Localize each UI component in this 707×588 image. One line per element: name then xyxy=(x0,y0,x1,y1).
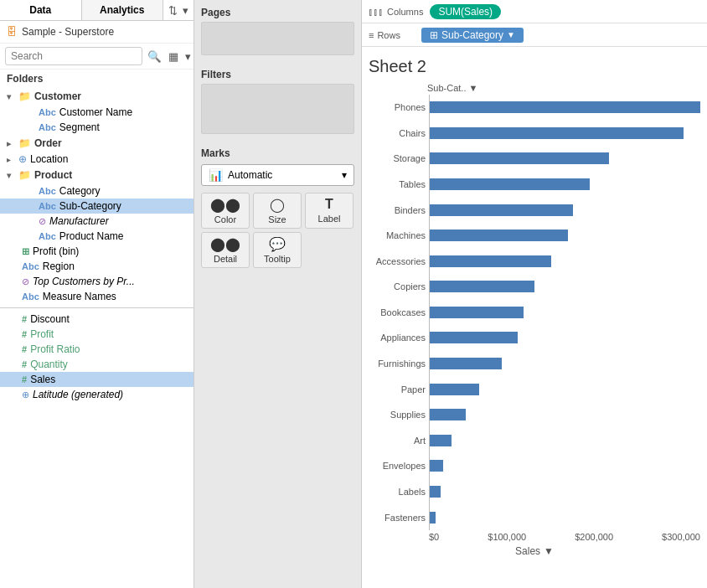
marks-size-button[interactable]: ◯ Size xyxy=(253,193,302,229)
bar-4 xyxy=(430,204,573,216)
field-profit-ratio[interactable]: # Profit Ratio xyxy=(0,342,194,357)
chart-area: Sheet 2 Sub-Cat.. ▼ PhonesChairsStorageT… xyxy=(362,47,707,588)
more-button[interactable]: ▾ xyxy=(181,3,190,18)
sort-button[interactable]: ⇅ xyxy=(167,3,179,18)
field-product-name[interactable]: Abc Product Name xyxy=(0,229,194,244)
field-latitude[interactable]: ⊕ Latitude (generated) xyxy=(0,387,194,402)
x-label-3: $300,000 xyxy=(662,532,700,542)
type-icon-sales: # xyxy=(22,374,27,384)
y-label-11: Paper xyxy=(369,382,426,397)
field-customer-name[interactable]: Abc Customer Name xyxy=(0,105,194,120)
columns-text: Columns xyxy=(387,7,423,17)
search-button[interactable]: 🔍 xyxy=(146,49,163,64)
tab-data[interactable]: Data xyxy=(0,0,82,20)
bar-row-13 xyxy=(430,433,700,448)
bar-row-14 xyxy=(430,458,700,473)
field-top-customers[interactable]: ⊘ Top Customers by Pr... xyxy=(0,274,194,289)
marks-detail-button[interactable]: ⬤⬤ Detail xyxy=(201,232,250,268)
field-quantity[interactable]: # Quantity xyxy=(0,357,194,372)
folder-icon-order: 📁 xyxy=(18,137,31,149)
field-location[interactable]: ▸ ⊕ Location xyxy=(0,152,194,167)
filters-content[interactable] xyxy=(201,84,354,134)
field-category[interactable]: Abc Category xyxy=(0,183,194,199)
y-label-16: Fasteners xyxy=(369,510,426,525)
y-label-14: Envelopes xyxy=(369,458,426,473)
y-label-15: Labels xyxy=(369,484,426,499)
type-icon-region: Abc xyxy=(22,261,39,271)
y-label-1: Chairs xyxy=(369,126,426,141)
folder-name-customer: Customer xyxy=(34,90,81,102)
x-label-0: $0 xyxy=(429,532,439,542)
rows-pill[interactable]: ⊞ Sub-Category ▼ xyxy=(421,28,524,43)
field-label-segment: Segment xyxy=(59,121,100,133)
y-label-12: Supplies xyxy=(369,407,426,422)
type-icon-profit: # xyxy=(22,329,27,339)
filters-label: Filters xyxy=(201,69,354,80)
bar-9 xyxy=(430,332,518,343)
y-label-13: Art xyxy=(369,433,426,448)
subcategory-header: Sub-Cat.. ▼ xyxy=(427,83,477,95)
pages-section: Pages xyxy=(194,0,361,62)
bar-2 xyxy=(430,152,609,164)
y-label-3: Tables xyxy=(369,177,426,192)
columns-pill-text: SUM(Sales) xyxy=(438,6,493,18)
type-icon-profit-ratio: # xyxy=(22,344,27,354)
grid-view-button[interactable]: ▦ xyxy=(167,49,180,64)
folder-order[interactable]: ▸ 📁 Order xyxy=(0,135,194,152)
type-icon-abc2: Abc xyxy=(39,122,56,132)
datasource-icon: 🗄 xyxy=(7,26,17,38)
bar-row-10 xyxy=(430,356,700,371)
bar-7 xyxy=(430,281,534,292)
type-icon-top-customers: ⊘ xyxy=(22,276,29,287)
folder-product[interactable]: ▾ 📁 Product xyxy=(0,167,194,183)
bar-row-9 xyxy=(430,330,700,345)
datasource-name[interactable]: Sample - Superstore xyxy=(22,26,114,38)
color-icon: ⬤⬤ xyxy=(210,197,240,213)
bar-10 xyxy=(430,358,502,369)
field-label-top-customers: Top Customers by Pr... xyxy=(33,276,135,287)
marks-color-button[interactable]: ⬤⬤ Color xyxy=(201,193,250,229)
x-axis: $0$100,000$200,000$300,000 xyxy=(369,532,700,542)
filters-section: Filters xyxy=(194,62,361,141)
rows-pill-text: Sub-Category xyxy=(441,29,503,41)
field-profit-bin[interactable]: ⊞ Profit (bin) xyxy=(0,244,194,259)
field-label-latitude: Latitude (generated) xyxy=(33,389,123,400)
bar-row-5 xyxy=(430,228,700,243)
bar-row-11 xyxy=(430,382,700,397)
y-label-9: Appliances xyxy=(369,330,426,345)
pages-content xyxy=(201,22,354,55)
chart-title: Sheet 2 xyxy=(369,57,700,76)
folder-icon-customer: 📁 xyxy=(18,90,31,102)
field-region[interactable]: Abc Region xyxy=(0,259,194,274)
marks-type-dropdown[interactable]: 📊 Automatic ▾ xyxy=(201,164,354,186)
folder-customer[interactable]: ▾ 📁 Customer xyxy=(0,88,194,105)
detail-label: Detail xyxy=(214,254,237,264)
field-measure-names[interactable]: Abc Measure Names xyxy=(0,289,194,304)
field-discount[interactable]: # Discount xyxy=(0,312,194,327)
tab-analytics[interactable]: Analytics xyxy=(82,0,164,20)
x-label-2: $200,000 xyxy=(575,532,613,542)
marks-label-button[interactable]: T Label xyxy=(305,193,354,229)
x-label-1: $100,000 xyxy=(488,532,526,542)
field-icon-location: ⊕ xyxy=(18,153,27,165)
sort-fields-button[interactable]: ▾ xyxy=(183,49,193,64)
field-label-subcategory: Sub-Category xyxy=(59,200,121,212)
field-label-measure-names: Measure Names xyxy=(43,291,116,302)
field-sales[interactable]: # Sales xyxy=(0,372,194,387)
field-manufacturer[interactable]: ⊘ Manufacturer xyxy=(0,214,194,229)
marks-tooltip-button[interactable]: 💬 Tooltip xyxy=(253,232,302,268)
folder-name-order: Order xyxy=(34,137,62,149)
field-subcategory[interactable]: Abc Sub-Category xyxy=(0,199,194,214)
y-label-5: Machines xyxy=(369,228,426,243)
columns-icon: ⫿⫿⫿ xyxy=(369,7,384,17)
field-label-profit-ratio: Profit Ratio xyxy=(30,343,80,355)
field-profit[interactable]: # Profit xyxy=(0,327,194,342)
field-label-profit-bin: Profit (bin) xyxy=(33,245,79,257)
type-icon-productname: Abc xyxy=(39,231,56,241)
y-label-7: Copiers xyxy=(369,279,426,294)
search-input[interactable] xyxy=(5,47,142,65)
field-segment[interactable]: Abc Segment xyxy=(0,120,194,135)
size-label: Size xyxy=(268,214,286,224)
type-icon-subcategory: Abc xyxy=(39,201,56,211)
columns-pill[interactable]: SUM(Sales) xyxy=(430,4,501,19)
